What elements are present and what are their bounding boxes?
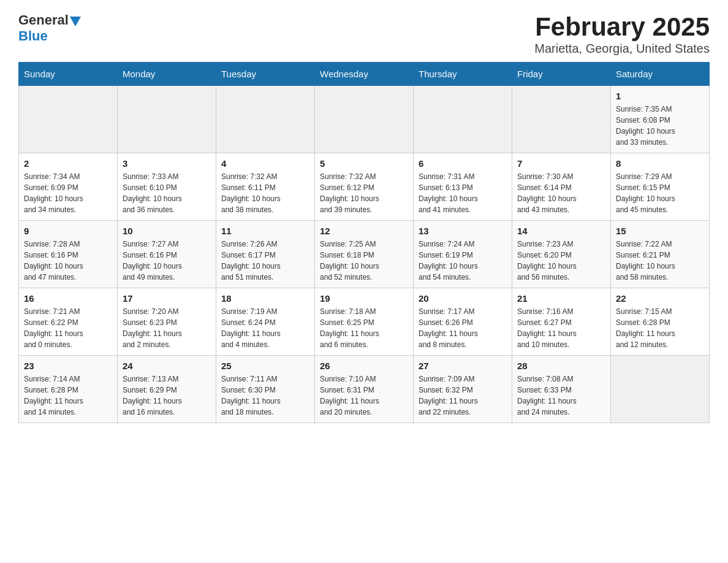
calendar-week-row: 9Sunrise: 7:28 AM Sunset: 6:16 PM Daylig… bbox=[19, 221, 710, 288]
calendar-cell: 10Sunrise: 7:27 AM Sunset: 6:16 PM Dayli… bbox=[118, 221, 216, 288]
day-number: 1 bbox=[616, 91, 704, 101]
calendar-cell bbox=[611, 356, 710, 423]
calendar-title: February 2025 bbox=[534, 12, 710, 42]
day-info: Sunrise: 7:10 AM Sunset: 6:31 PM Dayligh… bbox=[320, 373, 408, 418]
calendar-cell: 15Sunrise: 7:22 AM Sunset: 6:21 PM Dayli… bbox=[611, 221, 710, 288]
day-number: 16 bbox=[24, 293, 112, 304]
page-header: General Blue February 2025 Marietta, Geo… bbox=[18, 12, 710, 56]
weekday-header-tuesday: Tuesday bbox=[216, 63, 315, 86]
day-number: 20 bbox=[419, 293, 507, 304]
day-number: 12 bbox=[320, 226, 408, 236]
calendar-cell: 1Sunrise: 7:35 AM Sunset: 6:08 PM Daylig… bbox=[611, 86, 710, 153]
day-info: Sunrise: 7:25 AM Sunset: 6:18 PM Dayligh… bbox=[320, 239, 408, 283]
day-number: 21 bbox=[517, 293, 605, 304]
day-number: 27 bbox=[419, 361, 507, 371]
day-info: Sunrise: 7:22 AM Sunset: 6:21 PM Dayligh… bbox=[616, 239, 704, 283]
day-number: 8 bbox=[616, 158, 704, 169]
day-info: Sunrise: 7:15 AM Sunset: 6:28 PM Dayligh… bbox=[616, 306, 704, 350]
calendar-cell: 8Sunrise: 7:29 AM Sunset: 6:15 PM Daylig… bbox=[611, 153, 710, 221]
calendar-cell bbox=[315, 86, 414, 153]
calendar-cell: 9Sunrise: 7:28 AM Sunset: 6:16 PM Daylig… bbox=[19, 221, 118, 288]
calendar-week-row: 2Sunrise: 7:34 AM Sunset: 6:09 PM Daylig… bbox=[19, 153, 710, 221]
weekday-header-sunday: Sunday bbox=[19, 63, 118, 86]
calendar-subtitle: Marietta, Georgia, United States bbox=[534, 42, 710, 56]
calendar-week-row: 23Sunrise: 7:14 AM Sunset: 6:28 PM Dayli… bbox=[19, 356, 710, 423]
day-info: Sunrise: 7:27 AM Sunset: 6:16 PM Dayligh… bbox=[123, 239, 211, 283]
calendar-cell bbox=[19, 86, 118, 153]
day-info: Sunrise: 7:30 AM Sunset: 6:14 PM Dayligh… bbox=[517, 171, 605, 215]
day-number: 13 bbox=[419, 226, 507, 236]
calendar-header-row: SundayMondayTuesdayWednesdayThursdayFrid… bbox=[19, 63, 710, 86]
logo-arrow-icon bbox=[70, 17, 81, 26]
calendar-cell: 23Sunrise: 7:14 AM Sunset: 6:28 PM Dayli… bbox=[19, 356, 118, 423]
title-area: February 2025 Marietta, Georgia, United … bbox=[534, 12, 710, 56]
day-number: 10 bbox=[123, 226, 211, 236]
day-number: 23 bbox=[24, 361, 112, 371]
logo-blue-text: Blue bbox=[18, 28, 48, 44]
calendar-cell: 26Sunrise: 7:10 AM Sunset: 6:31 PM Dayli… bbox=[315, 356, 414, 423]
day-number: 15 bbox=[616, 226, 704, 236]
calendar-cell: 16Sunrise: 7:21 AM Sunset: 6:22 PM Dayli… bbox=[19, 288, 118, 356]
calendar-table: SundayMondayTuesdayWednesdayThursdayFrid… bbox=[18, 62, 710, 423]
calendar-cell bbox=[216, 86, 315, 153]
day-number: 6 bbox=[419, 158, 507, 169]
calendar-cell: 7Sunrise: 7:30 AM Sunset: 6:14 PM Daylig… bbox=[512, 153, 611, 221]
day-info: Sunrise: 7:18 AM Sunset: 6:25 PM Dayligh… bbox=[320, 306, 408, 350]
day-info: Sunrise: 7:28 AM Sunset: 6:16 PM Dayligh… bbox=[24, 239, 112, 283]
weekday-header-thursday: Thursday bbox=[414, 63, 512, 86]
day-number: 18 bbox=[221, 293, 309, 304]
day-number: 2 bbox=[24, 158, 112, 169]
calendar-cell: 3Sunrise: 7:33 AM Sunset: 6:10 PM Daylig… bbox=[118, 153, 216, 221]
day-number: 7 bbox=[517, 158, 605, 169]
day-info: Sunrise: 7:08 AM Sunset: 6:33 PM Dayligh… bbox=[517, 373, 605, 418]
calendar-cell: 14Sunrise: 7:23 AM Sunset: 6:20 PM Dayli… bbox=[512, 221, 611, 288]
day-info: Sunrise: 7:31 AM Sunset: 6:13 PM Dayligh… bbox=[419, 171, 507, 215]
day-number: 11 bbox=[221, 226, 309, 236]
calendar-cell: 19Sunrise: 7:18 AM Sunset: 6:25 PM Dayli… bbox=[315, 288, 414, 356]
calendar-cell: 12Sunrise: 7:25 AM Sunset: 6:18 PM Dayli… bbox=[315, 221, 414, 288]
day-info: Sunrise: 7:11 AM Sunset: 6:30 PM Dayligh… bbox=[221, 373, 309, 418]
day-number: 24 bbox=[123, 361, 211, 371]
weekday-header-monday: Monday bbox=[118, 63, 216, 86]
calendar-week-row: 1Sunrise: 7:35 AM Sunset: 6:08 PM Daylig… bbox=[19, 86, 710, 153]
logo: General Blue bbox=[18, 12, 81, 44]
day-number: 9 bbox=[24, 226, 112, 236]
calendar-cell bbox=[414, 86, 512, 153]
calendar-cell: 25Sunrise: 7:11 AM Sunset: 6:30 PM Dayli… bbox=[216, 356, 315, 423]
weekday-header-friday: Friday bbox=[512, 63, 611, 86]
day-info: Sunrise: 7:33 AM Sunset: 6:10 PM Dayligh… bbox=[123, 171, 211, 215]
calendar-cell: 24Sunrise: 7:13 AM Sunset: 6:29 PM Dayli… bbox=[118, 356, 216, 423]
day-info: Sunrise: 7:21 AM Sunset: 6:22 PM Dayligh… bbox=[24, 306, 112, 350]
calendar-cell: 20Sunrise: 7:17 AM Sunset: 6:26 PM Dayli… bbox=[414, 288, 512, 356]
day-number: 4 bbox=[221, 158, 309, 169]
day-info: Sunrise: 7:35 AM Sunset: 6:08 PM Dayligh… bbox=[616, 104, 704, 148]
calendar-cell bbox=[512, 86, 611, 153]
day-number: 22 bbox=[616, 293, 704, 304]
day-info: Sunrise: 7:16 AM Sunset: 6:27 PM Dayligh… bbox=[517, 306, 605, 350]
calendar-cell: 18Sunrise: 7:19 AM Sunset: 6:24 PM Dayli… bbox=[216, 288, 315, 356]
calendar-cell: 27Sunrise: 7:09 AM Sunset: 6:32 PM Dayli… bbox=[414, 356, 512, 423]
calendar-cell: 4Sunrise: 7:32 AM Sunset: 6:11 PM Daylig… bbox=[216, 153, 315, 221]
calendar-cell: 21Sunrise: 7:16 AM Sunset: 6:27 PM Dayli… bbox=[512, 288, 611, 356]
day-number: 19 bbox=[320, 293, 408, 304]
day-info: Sunrise: 7:32 AM Sunset: 6:11 PM Dayligh… bbox=[221, 171, 309, 215]
day-number: 3 bbox=[123, 158, 211, 169]
day-info: Sunrise: 7:17 AM Sunset: 6:26 PM Dayligh… bbox=[419, 306, 507, 350]
day-info: Sunrise: 7:34 AM Sunset: 6:09 PM Dayligh… bbox=[24, 171, 112, 215]
day-number: 28 bbox=[517, 361, 605, 371]
calendar-cell: 13Sunrise: 7:24 AM Sunset: 6:19 PM Dayli… bbox=[414, 221, 512, 288]
day-info: Sunrise: 7:09 AM Sunset: 6:32 PM Dayligh… bbox=[419, 373, 507, 418]
day-info: Sunrise: 7:24 AM Sunset: 6:19 PM Dayligh… bbox=[419, 239, 507, 283]
day-info: Sunrise: 7:29 AM Sunset: 6:15 PM Dayligh… bbox=[616, 171, 704, 215]
calendar-cell: 2Sunrise: 7:34 AM Sunset: 6:09 PM Daylig… bbox=[19, 153, 118, 221]
day-number: 14 bbox=[517, 226, 605, 236]
weekday-header-saturday: Saturday bbox=[611, 63, 710, 86]
day-number: 17 bbox=[123, 293, 211, 304]
calendar-week-row: 16Sunrise: 7:21 AM Sunset: 6:22 PM Dayli… bbox=[19, 288, 710, 356]
weekday-header-wednesday: Wednesday bbox=[315, 63, 414, 86]
calendar-cell: 17Sunrise: 7:20 AM Sunset: 6:23 PM Dayli… bbox=[118, 288, 216, 356]
day-number: 26 bbox=[320, 361, 408, 371]
day-info: Sunrise: 7:32 AM Sunset: 6:12 PM Dayligh… bbox=[320, 171, 408, 215]
logo-general-text: General bbox=[18, 12, 69, 28]
day-info: Sunrise: 7:14 AM Sunset: 6:28 PM Dayligh… bbox=[24, 373, 112, 418]
